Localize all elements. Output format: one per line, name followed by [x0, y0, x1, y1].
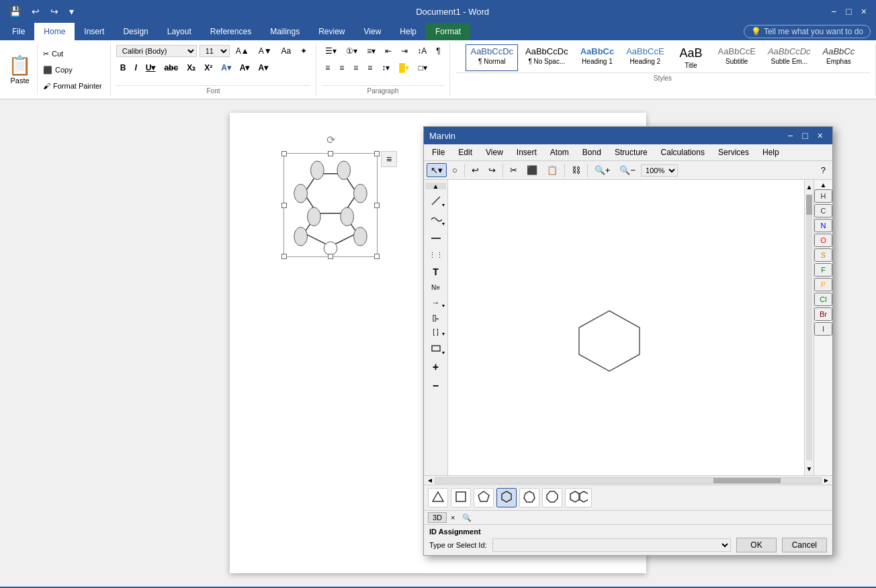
bullets-btn[interactable]: ☰▾ [322, 44, 340, 58]
marvin-undo-btn[interactable]: ↩ [468, 163, 483, 177]
element-F-btn[interactable]: F [814, 263, 832, 277]
marvin-menu-edit[interactable]: Edit [451, 146, 479, 159]
line-spacing-btn[interactable]: ↕▾ [378, 61, 393, 75]
font-shrink-btn[interactable]: A▼ [255, 44, 275, 58]
element-C-btn[interactable]: C [814, 204, 832, 217]
redo-btn[interactable]: ↪ [46, 5, 62, 18]
shape-pentagon-btn[interactable] [474, 488, 494, 507]
minimize-btn[interactable]: − [827, 5, 840, 18]
marvin-cut-btn[interactable]: ✂ [506, 163, 521, 177]
font-color-button[interactable]: A▾ [236, 61, 254, 75]
marvin-hscroll[interactable]: ◄ ► [424, 475, 832, 485]
style-no-spacing[interactable]: AaBbCcDc ¶ No Spac... [521, 44, 573, 71]
underline-button[interactable]: U▾ [142, 61, 160, 75]
hscroll-thumb[interactable] [713, 478, 781, 483]
italic-button[interactable]: I [130, 61, 140, 75]
marvin-dialog[interactable]: Marvin − □ × File Edit View Insert Atom … [423, 126, 833, 556]
style-subtitle[interactable]: AaBbCcE Subtitle [713, 44, 760, 71]
right-panel-scroll-up[interactable]: ▲ [820, 181, 827, 188]
id-cancel-btn[interactable]: Cancel [782, 538, 827, 552]
paste-button[interactable]: 📋 Paste [3, 44, 38, 95]
marvin-vscroll[interactable]: ▲ ▼ [804, 180, 814, 475]
shape-heptagon-btn[interactable] [519, 488, 539, 507]
bold-button[interactable]: B [116, 61, 130, 75]
id-ok-btn[interactable]: OK [736, 538, 776, 552]
element-S-btn[interactable]: S [814, 248, 832, 262]
left-scroll-up[interactable]: ▲ [425, 183, 446, 189]
border-btn[interactable]: □▾ [415, 61, 431, 75]
object-action-btn[interactable]: ≡ [381, 151, 397, 167]
increase-indent-btn[interactable]: ⇥ [398, 44, 411, 58]
marvin-menu-structure[interactable]: Structure [608, 146, 654, 159]
marvin-minimize-btn[interactable]: − [783, 130, 797, 142]
style-normal[interactable]: AaBbCcDc ¶ Normal [466, 44, 518, 71]
subscript-button[interactable]: X₂ [183, 61, 200, 75]
format-painter-button[interactable]: 🖌 Format Painter [40, 81, 105, 91]
align-center-btn[interactable]: ≡ [336, 61, 347, 75]
align-left-btn[interactable]: ≡ [322, 61, 333, 75]
rectangle-btn[interactable]: ▾ [425, 340, 446, 357]
bond-wave-btn[interactable]: ▾ [425, 211, 446, 228]
embedded-object[interactable]: ⟳ ≡ [283, 153, 378, 257]
shape-triangle-btn[interactable] [428, 488, 448, 507]
strikethrough-button[interactable]: abc [160, 61, 182, 75]
font-size-select[interactable]: 11 12 14 [200, 45, 230, 57]
text-tool-btn[interactable]: T [425, 264, 446, 280]
element-Cl-btn[interactable]: Cl [814, 293, 832, 306]
bond-single-btn[interactable]: ▾ [425, 192, 446, 209]
hscroll-left-btn[interactable]: ◄ [425, 477, 435, 484]
bracket-n-btn[interactable]: []ₙ [425, 311, 446, 324]
element-H-btn[interactable]: H [814, 189, 832, 203]
marvin-paste-btn[interactable]: 📋 [543, 163, 562, 177]
cut-button[interactable]: ✂ Cut [40, 48, 105, 60]
marvin-select-tool[interactable]: ↖▾ [427, 163, 447, 177]
tab-file[interactable]: File [3, 23, 34, 40]
maximize-btn[interactable]: □ [842, 5, 855, 18]
copy-button[interactable]: ⬛ Copy [40, 64, 105, 76]
tab-design[interactable]: Design [114, 23, 157, 40]
element-I-btn[interactable]: I [814, 322, 832, 336]
text-effects-button[interactable]: A▾ [254, 61, 272, 75]
marvin-menu-calculations[interactable]: Calculations [654, 146, 711, 159]
marvin-chain-btn[interactable]: ⛓ [568, 163, 584, 177]
marvin-menu-help[interactable]: Help [756, 146, 786, 159]
decrease-indent-btn[interactable]: ⇤ [382, 44, 395, 58]
shading-btn[interactable]: █▾ [396, 61, 412, 75]
eraser-btn[interactable] [425, 230, 446, 247]
undo-btn[interactable]: ↩ [28, 5, 44, 18]
element-O-btn[interactable]: O [814, 234, 832, 247]
style-heading2[interactable]: AaBbCcE Heading 2 [621, 44, 668, 71]
justify-btn[interactable]: ≡ [364, 61, 376, 75]
style-heading1[interactable]: AaBbCc Heading 1 [576, 44, 619, 71]
shape-octagon-btn[interactable] [542, 488, 562, 507]
font-grow-btn[interactable]: A▲ [232, 44, 253, 58]
3d-search-icon[interactable]: 🔍 [462, 513, 472, 522]
tab-home[interactable]: Home [34, 23, 75, 40]
multilevel-btn[interactable]: ≡▾ [363, 44, 379, 58]
marvin-help-btn[interactable]: ? [817, 163, 830, 177]
hscroll-track[interactable] [435, 477, 822, 484]
marvin-menu-file[interactable]: File [425, 146, 451, 159]
element-N-btn[interactable]: N [814, 219, 832, 232]
rotation-handle[interactable]: ⟳ [326, 134, 335, 146]
marvin-menu-services[interactable]: Services [711, 146, 756, 159]
superscript-button[interactable]: X² [200, 61, 216, 75]
vscroll-thumb[interactable] [806, 195, 812, 215]
grid-btn[interactable]: ⋮⋮ [425, 248, 446, 262]
marvin-menu-insert[interactable]: Insert [510, 146, 543, 159]
marvin-menu-bond[interactable]: Bond [576, 146, 608, 159]
shape-square-btn[interactable] [451, 488, 471, 507]
style-subtle-em[interactable]: AaBbCcDc Subtle Em... [763, 44, 816, 71]
marvin-copy-btn[interactable]: ⬛ [523, 163, 541, 177]
tab-insert[interactable]: Insert [75, 23, 114, 40]
clear-format-btn[interactable]: ✦ [297, 44, 310, 58]
marvin-zoomout-btn[interactable]: 🔍− [615, 163, 640, 177]
id-select[interactable] [492, 538, 732, 552]
style-title[interactable]: AaB Title [672, 44, 711, 71]
marvin-close-btn[interactable]: × [814, 130, 827, 142]
marvin-zoomin-btn[interactable]: 🔍+ [590, 163, 615, 177]
marvin-menu-atom[interactable]: Atom [543, 146, 576, 159]
nitrogen-chain-btn[interactable]: N≡ [425, 281, 446, 294]
style-emphasis[interactable]: AaBbCc Emphas [818, 44, 860, 71]
shape-benzene-btn[interactable] [565, 488, 592, 507]
